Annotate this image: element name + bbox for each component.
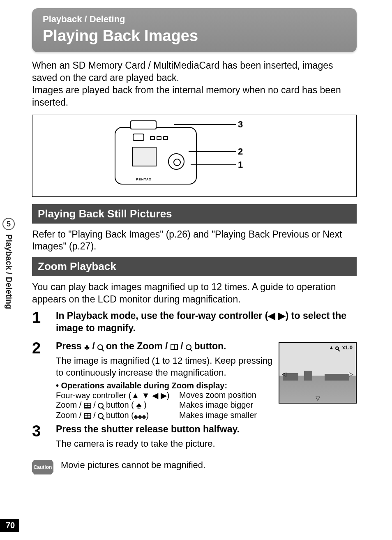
camera-brand-label: PENTAX [136, 178, 152, 181]
side-tab: 5 Playback / Deleting [0, 218, 17, 510]
magnifier-icon [335, 346, 339, 350]
tele-tree-icon: ♣ [84, 342, 90, 353]
diagram-callout-2: 2 [238, 146, 243, 157]
step-3: 3 Press the shutter release button halfw… [32, 423, 357, 452]
step-1: 1 In Playback mode, use the four-way con… [32, 310, 357, 337]
chapter-number-badge: 5 [2, 218, 15, 230]
ops-row: Zoom / / button ( ♣ ) Makes image bigger [56, 400, 273, 411]
diagram-callout-3: 3 [238, 119, 243, 130]
thumbnail-icon [171, 344, 178, 350]
camera-illustration: PENTAX [115, 127, 197, 185]
down-arrow-icon: ▼ [142, 391, 150, 400]
left-arrow-icon: ◀ [152, 391, 158, 400]
section-text-zoom: You can play back images magnified up to… [32, 281, 357, 306]
down-pan-icon: ▽ [316, 395, 320, 402]
thumbnail-icon [84, 403, 91, 408]
magnifier-icon [98, 413, 104, 419]
up-arrow-icon: ▲ [131, 391, 139, 400]
zoom-overlay: ▲ x1.0 [329, 344, 353, 351]
section-text-still: Refer to "Playing Back Images" (p.26) an… [32, 228, 357, 253]
magnifier-icon [97, 344, 103, 350]
right-arrow-icon: ▶ [278, 310, 286, 321]
caution-text: Movie pictures cannot be magnified. [61, 460, 205, 471]
ops-row: Zoom / / button (♣♣♣) Makes image smalle… [56, 411, 357, 420]
step-2: 2 ▲ x1.0 ◁ ▷ ▽ Press ♣ / on the Zoom / /… [32, 340, 357, 420]
wide-trees-icon: ♣♣♣ [134, 413, 146, 420]
step-3-desc: The camera is ready to take the picture. [56, 438, 357, 450]
section-heading-zoom: Zoom Playback [32, 257, 357, 276]
magnifier-icon [186, 344, 191, 350]
caution-block: Caution Movie pictures cannot be magnifi… [32, 460, 357, 475]
thumbnail-icon [84, 413, 91, 419]
section-heading-still: Playing Back Still Pictures [32, 204, 357, 224]
breadcrumb: Playback / Deleting [43, 14, 346, 25]
step-number: 2 [32, 340, 48, 420]
left-arrow-icon: ◀ [268, 310, 275, 321]
page-number: 70 [0, 519, 19, 532]
zoom-preview: ▲ x1.0 ◁ ▷ ▽ [279, 342, 357, 404]
caution-badge: Caution [32, 460, 53, 475]
right-arrow-icon: ▶ [161, 391, 167, 400]
camera-diagram: PENTAX 1 2 3 [32, 115, 357, 197]
title-band: Playback / Deleting Playing Back Images [32, 8, 357, 52]
right-pan-icon: ▷ [349, 371, 353, 377]
magnifier-icon [98, 403, 104, 408]
left-pan-icon: ◁ [282, 371, 286, 377]
diagram-callout-1: 1 [238, 159, 243, 170]
ops-row: Four-way controller (▲ ▼ ◀ ▶) Moves zoom… [56, 390, 273, 400]
page-title: Playing Back Images [43, 27, 346, 45]
tele-tree-icon: ♣ [136, 401, 141, 411]
side-tab-label: Playback / Deleting [4, 234, 14, 329]
step-3-title: Press the shutter release button halfway… [56, 423, 357, 436]
lead-paragraph: When an SD Memory Card / MultiMediaCard … [32, 60, 357, 109]
page-content: Playback / Deleting Playing Back Images … [32, 8, 357, 475]
step-1-title: In Playback mode, use the four-way contr… [56, 310, 357, 335]
step-number: 1 [32, 310, 48, 337]
step-number: 3 [32, 423, 48, 452]
